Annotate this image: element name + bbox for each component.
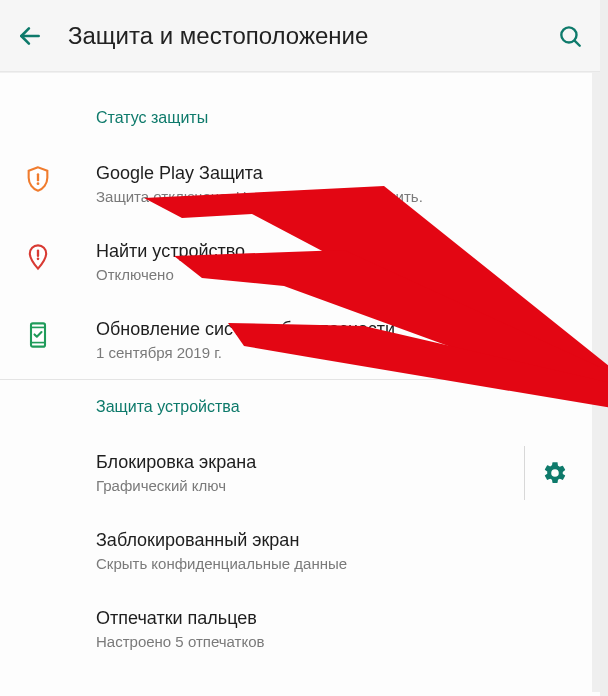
row-sub: Графический ключ <box>96 477 524 494</box>
row-title: Найти устройство <box>96 241 584 262</box>
row-title: Google Play Защита <box>96 163 584 184</box>
phone-check-icon <box>24 321 52 349</box>
search-icon <box>557 23 583 49</box>
row-sub: Скрыть конфиденциальные данные <box>96 555 584 572</box>
row-sub: Защита отключена. Нажмите, чтобы включит… <box>96 188 584 205</box>
row-title: Блокировка экрана <box>96 452 524 473</box>
row-locked-screen[interactable]: Заблокированный экран Скрыть конфиденциа… <box>0 512 600 590</box>
row-sub: Отключено <box>96 266 584 283</box>
row-security-update[interactable]: Обновление системы безопасности 1 сентяб… <box>0 301 600 379</box>
shield-alert-icon <box>24 165 52 193</box>
search-button[interactable] <box>556 22 584 50</box>
row-title: Обновление системы безопасности <box>96 319 584 340</box>
gear-icon <box>542 460 568 486</box>
row-sub: Настроено 5 отпечатков <box>96 633 584 650</box>
row-find-device[interactable]: Найти устройство Отключено <box>0 223 600 301</box>
section-header-device: Защита устройства <box>0 380 600 434</box>
back-button[interactable] <box>16 22 44 50</box>
section-header-status: Статус защиты <box>0 91 600 145</box>
scrollbar[interactable] <box>592 72 600 692</box>
row-sub: 1 сентября 2019 г. <box>96 344 584 361</box>
row-title: Отпечатки пальцев <box>96 608 584 629</box>
svg-line-2 <box>575 40 580 45</box>
arrow-back-icon <box>17 23 43 49</box>
appbar: Защита и местоположение <box>0 0 600 72</box>
page-title: Защита и местоположение <box>68 22 556 50</box>
screen-lock-settings-button[interactable] <box>524 446 584 500</box>
row-google-play-protect[interactable]: Google Play Защита Защита отключена. Наж… <box>0 145 600 223</box>
row-screen-lock[interactable]: Блокировка экрана Графический ключ <box>0 434 600 512</box>
row-fingerprints[interactable]: Отпечатки пальцев Настроено 5 отпечатков <box>0 590 600 668</box>
row-title: Заблокированный экран <box>96 530 584 551</box>
svg-point-4 <box>37 182 40 185</box>
location-alert-icon <box>24 243 52 271</box>
svg-point-6 <box>37 258 40 261</box>
